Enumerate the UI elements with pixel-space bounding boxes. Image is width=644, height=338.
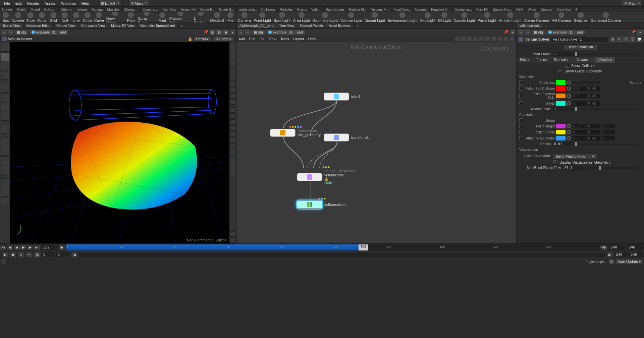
tab-18[interactable]: + [573, 7, 580, 12]
failed-self-color[interactable] [556, 86, 566, 91]
tool-15[interactable]: Switcher [573, 12, 589, 22]
tab-6[interactable]: Particle Fl... [347, 7, 369, 12]
stitch-checkbox[interactable] [519, 130, 523, 134]
failed-ext-v2[interactable]: 0.45 [587, 94, 600, 98]
tool-12[interactable]: Font [157, 12, 168, 22]
wireframe-icon[interactable] [230, 119, 235, 125]
channel-scrollbar[interactable] [79, 253, 605, 257]
false-color-dropdown[interactable]: Bend Plastic Flow◆ [553, 153, 597, 159]
pane-tab-3[interactable]: Asset Browser [326, 23, 353, 28]
tab-15[interactable]: Wires [526, 7, 539, 12]
show-collision-checkbox[interactable] [565, 64, 569, 68]
pin-icon[interactable]: 📌 [504, 30, 508, 35]
stitch-radio[interactable] [567, 130, 571, 134]
tool-8[interactable]: Curve [93, 12, 105, 22]
take-icon[interactable]: ▦ [210, 30, 215, 35]
light-tool[interactable] [1, 197, 9, 206]
nav-back-icon[interactable]: ← [518, 30, 524, 35]
gear-icon[interactable] [230, 237, 235, 243]
tab-16[interactable]: Crowds [539, 7, 554, 12]
start-frame-slider[interactable] [575, 54, 639, 55]
info-icon[interactable] [230, 231, 235, 237]
tab-1[interactable]: Collisions [259, 7, 278, 12]
tab-visualize[interactable]: Visualize [595, 57, 615, 63]
first-frame-button[interactable]: ⏮ [0, 244, 7, 250]
cplane-ortho-tool[interactable] [1, 156, 9, 165]
tab-11[interactable]: Container... [453, 7, 474, 12]
scroll-right-button[interactable]: ▶ [606, 252, 613, 258]
pointer-tool[interactable] [1, 84, 9, 93]
cplane-tool[interactable] [1, 137, 9, 146]
normal-icon[interactable] [230, 81, 235, 87]
menu-windows[interactable]: Windows [58, 1, 79, 6]
tab-5[interactable]: Texture [74, 7, 90, 12]
tab-9[interactable]: Oceans [413, 7, 429, 12]
radius-field[interactable]: 0.01 [553, 142, 573, 146]
lock-icon[interactable]: 🔒 [188, 37, 192, 41]
tab-7[interactable]: Viscous Fl... [369, 7, 391, 12]
tab-9[interactable]: Constrai... [141, 7, 160, 12]
shaded-icon[interactable] [230, 137, 235, 143]
scroll-left-button[interactable]: ◀ [71, 252, 78, 258]
net-menu-edit[interactable]: Edit [249, 37, 256, 41]
net-menu-add[interactable]: Add [238, 37, 245, 41]
tab-6[interactable]: Rigging [89, 7, 105, 12]
menu-assets[interactable]: Assets [42, 1, 58, 6]
radius-scale-field[interactable]: 1 [553, 107, 573, 111]
net-menu-tools[interactable]: Tools [280, 37, 289, 41]
point-marker-icon[interactable] [230, 75, 235, 80]
tab-3[interactable]: Grains [295, 7, 309, 12]
measure-tool[interactable] [1, 112, 9, 121]
tab-10[interactable]: Hair Utils [160, 7, 178, 12]
radius-slider[interactable] [575, 144, 639, 145]
gear-icon[interactable]: ⚙ [610, 37, 615, 42]
net-menu-view[interactable]: View [268, 37, 276, 41]
stop-button[interactable]: ■ [13, 244, 20, 250]
render-icon[interactable]: ▣ [223, 30, 228, 35]
tab-10[interactable]: Populate C... [429, 7, 453, 12]
tab-4[interactable]: Deform [59, 7, 74, 12]
menu-edit[interactable]: Edit [13, 1, 24, 6]
tool-2[interactable]: Spot Light [272, 12, 292, 22]
list-icon[interactable] [467, 37, 472, 41]
cplane-align-tool[interactable] [1, 147, 9, 156]
cplane-handle-tool[interactable] [1, 166, 9, 174]
tool-2[interactable]: Tube [25, 12, 36, 22]
desktop-selector-build[interactable]: ▦ Build4▾ [98, 0, 122, 6]
reset-simulation-button[interactable]: Reset Simulation [564, 44, 597, 50]
tool-5[interactable]: Volume Light [339, 12, 363, 22]
radius-scale-slider[interactable] [575, 109, 639, 110]
brain-icon[interactable]: ⊕ [609, 259, 614, 264]
pane-tab-2[interactable]: Render View [54, 23, 78, 28]
tool-0[interactable]: Box [0, 12, 11, 22]
path-root[interactable]: ▦obj [15, 30, 28, 35]
pane-tab-6[interactable]: + [178, 23, 185, 28]
tool-1[interactable]: Point Light [252, 12, 272, 22]
tool-16[interactable]: Gamepad Camera [589, 12, 623, 22]
lighting-icon[interactable] [230, 107, 235, 113]
tab-forces[interactable]: Forces [533, 57, 550, 63]
pin-icon[interactable]: 📌 [631, 30, 636, 35]
lock-camera-icon[interactable] [1, 93, 9, 102]
flipbook-tool[interactable] [1, 178, 9, 187]
tool-3[interactable]: Area Light [292, 12, 311, 22]
ghost-icon[interactable] [230, 55, 235, 60]
options-icon[interactable]: ▾ [637, 30, 643, 35]
background-icon[interactable] [230, 164, 235, 169]
graph-button[interactable]: 〰 [25, 252, 32, 258]
wrench-icon[interactable] [455, 37, 460, 41]
desktop-selector-main[interactable]: ⊚ Main▾ [128, 0, 149, 6]
tab-5[interactable]: Rigid Bodies [324, 7, 347, 12]
thickness-checkbox[interactable] [519, 80, 523, 84]
tool-11[interactable]: Portal Light [476, 12, 498, 22]
failed-self-v1[interactable]: 0.5 [572, 87, 586, 91]
material-icon[interactable] [230, 113, 235, 119]
tool-13[interactable]: Stereo Camera [523, 12, 551, 22]
hide-other-icon[interactable] [230, 61, 235, 66]
node-transform1[interactable]: transform1 [324, 133, 369, 142]
refresh-icon[interactable] [503, 37, 508, 41]
comment-icon[interactable]: 💬 [637, 37, 642, 42]
welds-v2[interactable]: 0.45 [587, 101, 600, 106]
wire-over-shaded-icon[interactable] [230, 125, 235, 131]
prev-frame-button[interactable]: ◀ [7, 244, 13, 250]
